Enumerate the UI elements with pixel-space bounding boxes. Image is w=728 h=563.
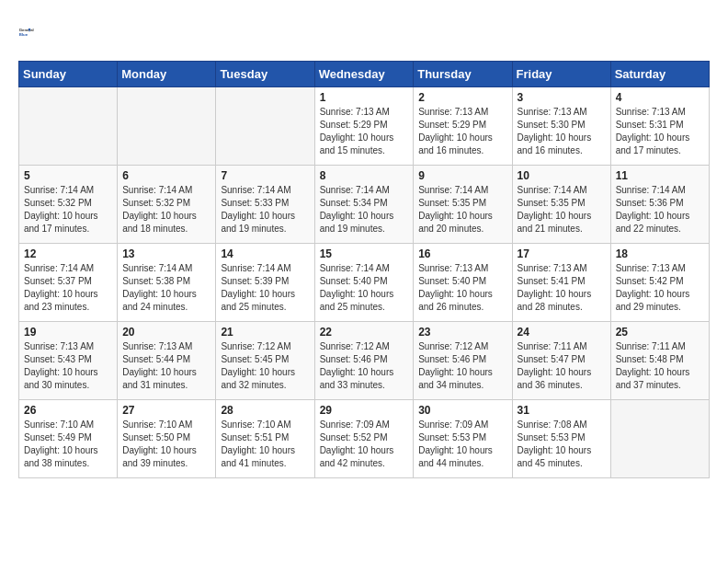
week-row-5: 26Sunrise: 7:10 AM Sunset: 5:49 PM Dayli… xyxy=(19,400,710,478)
week-row-2: 5Sunrise: 7:14 AM Sunset: 5:32 PM Daylig… xyxy=(19,166,710,244)
day-info: Sunrise: 7:14 AM Sunset: 5:40 PM Dayligh… xyxy=(320,262,409,314)
day-info: Sunrise: 7:14 AM Sunset: 5:32 PM Dayligh… xyxy=(24,184,112,236)
calendar-cell: 12Sunrise: 7:14 AM Sunset: 5:37 PM Dayli… xyxy=(19,244,118,322)
day-number: 7 xyxy=(221,169,309,182)
day-info: Sunrise: 7:13 AM Sunset: 5:29 PM Dayligh… xyxy=(320,106,409,157)
page-header: General Blue xyxy=(18,18,710,46)
day-info: Sunrise: 7:14 AM Sunset: 5:35 PM Dayligh… xyxy=(518,184,606,236)
calendar-cell: 24Sunrise: 7:11 AM Sunset: 5:47 PM Dayli… xyxy=(512,322,610,400)
header-wednesday: Wednesday xyxy=(314,62,414,87)
day-info: Sunrise: 7:14 AM Sunset: 5:35 PM Dayligh… xyxy=(418,184,506,236)
day-number: 31 xyxy=(518,404,606,417)
header-monday: Monday xyxy=(118,62,216,87)
day-number: 19 xyxy=(24,326,112,339)
logo-icon: General Blue xyxy=(18,18,46,46)
day-number: 14 xyxy=(221,247,309,260)
day-number: 30 xyxy=(418,404,506,417)
header-sunday: Sunday xyxy=(19,62,118,87)
day-info: Sunrise: 7:13 AM Sunset: 5:40 PM Dayligh… xyxy=(418,262,506,314)
calendar-cell: 8Sunrise: 7:14 AM Sunset: 5:34 PM Daylig… xyxy=(314,166,414,244)
day-number: 11 xyxy=(616,169,704,182)
calendar-cell: 28Sunrise: 7:10 AM Sunset: 5:51 PM Dayli… xyxy=(216,400,314,478)
day-number: 16 xyxy=(418,247,506,260)
calendar-cell: 16Sunrise: 7:13 AM Sunset: 5:40 PM Dayli… xyxy=(414,244,512,322)
header-thursday: Thursday xyxy=(414,62,512,87)
header-saturday: Saturday xyxy=(610,62,709,87)
day-info: Sunrise: 7:14 AM Sunset: 5:36 PM Dayligh… xyxy=(616,184,704,236)
header-tuesday: Tuesday xyxy=(216,62,314,87)
day-info: Sunrise: 7:12 AM Sunset: 5:46 PM Dayligh… xyxy=(418,340,506,392)
calendar-cell: 1Sunrise: 7:13 AM Sunset: 5:29 PM Daylig… xyxy=(314,87,414,166)
calendar-cell: 4Sunrise: 7:13 AM Sunset: 5:31 PM Daylig… xyxy=(610,87,709,166)
day-info: Sunrise: 7:10 AM Sunset: 5:51 PM Dayligh… xyxy=(221,419,309,470)
day-number: 6 xyxy=(122,169,210,182)
calendar-table: SundayMondayTuesdayWednesdayThursdayFrid… xyxy=(18,61,710,478)
day-number: 2 xyxy=(418,91,506,104)
day-info: Sunrise: 7:14 AM Sunset: 5:38 PM Dayligh… xyxy=(122,262,210,314)
calendar-cell: 11Sunrise: 7:14 AM Sunset: 5:36 PM Dayli… xyxy=(610,166,709,244)
calendar-cell: 26Sunrise: 7:10 AM Sunset: 5:49 PM Dayli… xyxy=(19,400,118,478)
calendar-cell: 22Sunrise: 7:12 AM Sunset: 5:46 PM Dayli… xyxy=(314,322,414,400)
day-number: 5 xyxy=(24,169,112,182)
day-info: Sunrise: 7:12 AM Sunset: 5:45 PM Dayligh… xyxy=(221,340,309,392)
calendar-cell: 15Sunrise: 7:14 AM Sunset: 5:40 PM Dayli… xyxy=(314,244,414,322)
day-number: 28 xyxy=(221,404,309,417)
day-number: 21 xyxy=(221,326,309,339)
day-info: Sunrise: 7:08 AM Sunset: 5:53 PM Dayligh… xyxy=(518,419,606,470)
day-info: Sunrise: 7:13 AM Sunset: 5:31 PM Dayligh… xyxy=(616,106,704,157)
header-friday: Friday xyxy=(512,62,610,87)
day-number: 13 xyxy=(122,247,210,260)
day-number: 22 xyxy=(320,326,409,339)
calendar-cell xyxy=(118,87,216,166)
day-number: 12 xyxy=(24,247,112,260)
calendar-cell: 21Sunrise: 7:12 AM Sunset: 5:45 PM Dayli… xyxy=(216,322,314,400)
day-info: Sunrise: 7:14 AM Sunset: 5:33 PM Dayligh… xyxy=(221,184,309,236)
day-info: Sunrise: 7:14 AM Sunset: 5:34 PM Dayligh… xyxy=(320,184,409,236)
day-info: Sunrise: 7:10 AM Sunset: 5:49 PM Dayligh… xyxy=(24,419,112,470)
calendar-cell: 19Sunrise: 7:13 AM Sunset: 5:43 PM Dayli… xyxy=(19,322,118,400)
calendar-cell xyxy=(216,87,314,166)
day-number: 25 xyxy=(616,326,704,339)
day-info: Sunrise: 7:11 AM Sunset: 5:48 PM Dayligh… xyxy=(616,340,704,392)
svg-text:Blue: Blue xyxy=(19,32,28,37)
calendar-cell: 18Sunrise: 7:13 AM Sunset: 5:42 PM Dayli… xyxy=(610,244,709,322)
week-row-1: 1Sunrise: 7:13 AM Sunset: 5:29 PM Daylig… xyxy=(19,87,710,166)
day-number: 27 xyxy=(122,404,210,417)
day-info: Sunrise: 7:13 AM Sunset: 5:30 PM Dayligh… xyxy=(518,106,606,157)
day-number: 9 xyxy=(418,169,506,182)
calendar-cell: 3Sunrise: 7:13 AM Sunset: 5:30 PM Daylig… xyxy=(512,87,610,166)
day-number: 20 xyxy=(122,326,210,339)
day-info: Sunrise: 7:10 AM Sunset: 5:50 PM Dayligh… xyxy=(122,419,210,470)
calendar-cell: 14Sunrise: 7:14 AM Sunset: 5:39 PM Dayli… xyxy=(216,244,314,322)
calendar-cell: 20Sunrise: 7:13 AM Sunset: 5:44 PM Dayli… xyxy=(118,322,216,400)
day-info: Sunrise: 7:13 AM Sunset: 5:42 PM Dayligh… xyxy=(616,262,704,314)
calendar-cell: 10Sunrise: 7:14 AM Sunset: 5:35 PM Dayli… xyxy=(512,166,610,244)
day-info: Sunrise: 7:09 AM Sunset: 5:53 PM Dayligh… xyxy=(418,419,506,470)
svg-text:General: General xyxy=(19,28,34,32)
calendar-cell xyxy=(610,400,709,478)
calendar-cell: 25Sunrise: 7:11 AM Sunset: 5:48 PM Dayli… xyxy=(610,322,709,400)
day-number: 3 xyxy=(518,91,606,104)
day-number: 17 xyxy=(518,247,606,260)
day-number: 29 xyxy=(320,404,409,417)
calendar-cell: 30Sunrise: 7:09 AM Sunset: 5:53 PM Dayli… xyxy=(414,400,512,478)
calendar-cell: 6Sunrise: 7:14 AM Sunset: 5:32 PM Daylig… xyxy=(118,166,216,244)
week-row-3: 12Sunrise: 7:14 AM Sunset: 5:37 PM Dayli… xyxy=(19,244,710,322)
day-number: 26 xyxy=(24,404,112,417)
calendar-header-row: SundayMondayTuesdayWednesdayThursdayFrid… xyxy=(19,62,710,87)
day-info: Sunrise: 7:13 AM Sunset: 5:44 PM Dayligh… xyxy=(122,340,210,392)
day-info: Sunrise: 7:13 AM Sunset: 5:41 PM Dayligh… xyxy=(518,262,606,314)
calendar-cell: 31Sunrise: 7:08 AM Sunset: 5:53 PM Dayli… xyxy=(512,400,610,478)
calendar-cell xyxy=(19,87,118,166)
calendar-cell: 17Sunrise: 7:13 AM Sunset: 5:41 PM Dayli… xyxy=(512,244,610,322)
calendar-cell: 13Sunrise: 7:14 AM Sunset: 5:38 PM Dayli… xyxy=(118,244,216,322)
calendar-cell: 2Sunrise: 7:13 AM Sunset: 5:29 PM Daylig… xyxy=(414,87,512,166)
calendar-cell: 27Sunrise: 7:10 AM Sunset: 5:50 PM Dayli… xyxy=(118,400,216,478)
calendar-cell: 5Sunrise: 7:14 AM Sunset: 5:32 PM Daylig… xyxy=(19,166,118,244)
day-number: 15 xyxy=(320,247,409,260)
day-number: 23 xyxy=(418,326,506,339)
day-info: Sunrise: 7:11 AM Sunset: 5:47 PM Dayligh… xyxy=(518,340,606,392)
day-number: 24 xyxy=(518,326,606,339)
day-number: 1 xyxy=(320,91,409,104)
week-row-4: 19Sunrise: 7:13 AM Sunset: 5:43 PM Dayli… xyxy=(19,322,710,400)
